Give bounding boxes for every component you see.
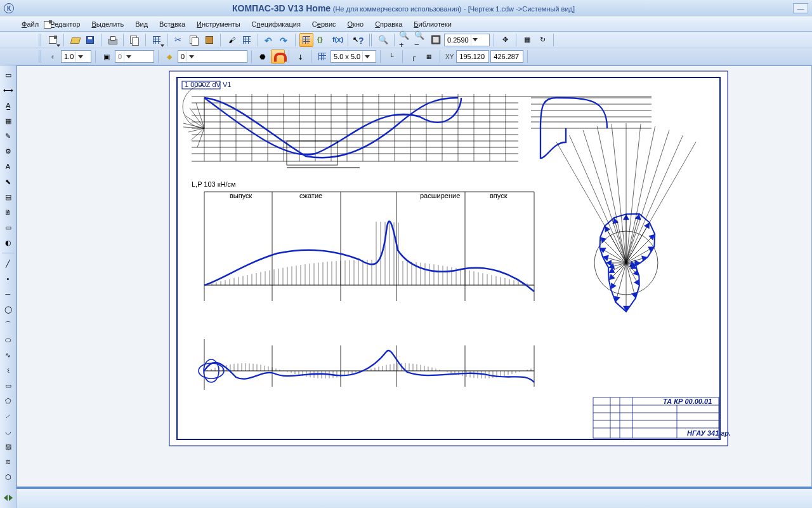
redraw-button[interactable]: ↻ [535,33,549,47]
toolbar-grip[interactable] [369,34,373,46]
menu-file[interactable]: Файл [16,19,44,29]
menu-libs[interactable]: Библиотеки [409,19,457,29]
menu-select[interactable]: Выделить [86,19,129,29]
svg-text:выпуск: выпуск [230,192,252,199]
misc-palette[interactable]: ◐ [1,236,15,250]
canvas-wrap: 1 0000Z dV V1 [16,65,812,487]
point-tool[interactable]: • [1,272,15,286]
zoom-window-button[interactable]: 🔲 [429,33,443,47]
layers-button[interactable]: ◆ [162,50,176,64]
select-palette[interactable]: ⬉ [1,175,15,189]
nav-left-icon[interactable] [4,495,8,501]
snap-toggle[interactable]: ⫞ [46,50,60,64]
workspace: ▭ ⟷ A̲ ▦ ✎ ⚙ A ⬉ ▤ 🗎 ▭ ◐ ╱ • ─ ◯ ⌒ ⬭ ∿ ଽ… [0,65,812,487]
equidistant-tool[interactable]: ≋ [1,455,15,469]
chamfer-tool[interactable]: ⟋ [1,409,15,423]
coord-y-input[interactable]: 426.287 [490,50,523,63]
toolbar-current-state: ⫞ 1.0 ▣ 0 ◆ 0 ⬣ ↘ 5.0 x 5.0 └ ┌ ▦ XY 195… [0,48,812,65]
state-button[interactable]: ▣ [100,50,114,64]
pan-button[interactable]: ✥ [498,33,512,47]
new-button[interactable] [46,33,60,47]
menu-window[interactable]: Окно [343,19,369,29]
round-button[interactable]: ▦ [422,50,436,64]
save-button[interactable] [83,33,97,47]
rect-tool[interactable]: ▭ [1,378,15,392]
menu-service[interactable]: Сервис [307,19,341,29]
menubar: Файл Редактор Выделить Вид Вставка Инстр… [0,17,812,32]
toolbar-standard: ✂ 🖌 ↶ ↷ {} f(x) ↖? 🔍 🔍+ 🔍− 🔲 0.2590 ✥ ▦ … [0,32,812,48]
params-palette[interactable]: ⚙ [1,144,15,158]
grid-combo[interactable]: 5.0 x 5.0 [331,50,376,63]
circle-tool[interactable]: ◯ [1,302,15,316]
fillet-tool[interactable]: ◡ [1,424,15,438]
redo-button[interactable]: ↷ [277,33,291,47]
help-cursor-button[interactable]: ↖? [352,33,366,47]
toolbar-grip[interactable] [39,50,43,63]
contour-tool[interactable]: ⬡ [1,470,15,484]
views-palette[interactable]: ▭ [1,220,15,234]
measure-palette[interactable]: A [1,159,15,173]
drawing-canvas[interactable]: 1 0000Z dV V1 [16,65,812,487]
hatch-tool[interactable]: ▨ [1,439,15,453]
titlebar: К КОМПАС-3D V13 Home (Не для коммерческо… [0,0,812,17]
line-tool[interactable]: ╱ [1,257,15,271]
ortho-mode-button[interactable]: ┌ [407,50,421,64]
ortho-button[interactable]: ↘ [293,50,307,64]
undo-button[interactable]: ↶ [262,33,276,47]
snap-magnet-button[interactable] [271,50,285,64]
format-painter-button[interactable]: 🖌 [225,33,239,47]
bottom-nav [0,487,16,508]
menu-spec[interactable]: Спецификация [247,19,306,29]
refresh-view-button[interactable]: ▦ [520,33,534,47]
nav-right-icon[interactable] [9,495,13,501]
layer-num-combo[interactable]: 0 [115,50,154,63]
menu-help[interactable]: Справка [370,19,407,29]
aux-line-tool[interactable]: ─ [1,287,15,301]
arc-tool[interactable]: ⌒ [1,318,15,331]
menu-insert[interactable]: Вставка [154,19,190,29]
menu-tools[interactable]: Инструменты [192,19,246,29]
toolbar-grip[interactable] [39,34,43,46]
bezier-tool[interactable]: ଽ [1,363,15,377]
properties-button[interactable] [240,33,254,47]
layer-combo[interactable]: 0 [178,50,247,63]
variables-button[interactable]: {} [315,33,329,47]
spec-palette[interactable]: ▤ [1,190,15,204]
copy-button[interactable] [187,33,201,47]
dimensions-palette[interactable]: ⟷ [1,83,15,97]
zoom-out-button[interactable]: 🔍− [414,33,428,47]
manager-button[interactable] [299,33,313,47]
print-button[interactable] [105,33,119,47]
geometry-palette[interactable]: ▭ [1,68,15,82]
title-text: КОМПАС-3D V13 Home (Не для коммерческого… [232,3,575,13]
paste-button[interactable] [202,33,216,47]
stop-button[interactable]: ⬣ [256,50,270,64]
preview-button[interactable] [128,33,141,47]
reports-palette[interactable]: 🗎 [1,205,15,219]
zoom-in-button[interactable]: 🔍+ [398,33,412,47]
svg-text:впуск: впуск [490,192,508,199]
edit-palette[interactable]: ✎ [1,129,15,143]
step-combo[interactable]: 1.0 [61,50,91,63]
doc-manager-button[interactable] [150,33,164,47]
spline-tool[interactable]: ∿ [1,348,15,362]
ellipse-tool[interactable]: ⬭ [1,333,15,347]
fx-button[interactable]: f(x) [330,33,344,47]
grid-toggle[interactable] [315,50,329,64]
polygon-tool[interactable]: ⬠ [1,394,15,408]
svg-text:сжатие: сжатие [299,192,322,199]
drawing-svg: 1 0000Z dV V1 [17,66,766,485]
menu-view[interactable]: Вид [130,19,153,29]
local-cs-button[interactable]: └ [384,50,398,64]
coord-x-input[interactable]: 195.120 [456,50,489,63]
cut-button[interactable]: ✂ [172,33,186,47]
text-palette[interactable]: A̲ [1,98,15,112]
open-button[interactable] [68,33,82,47]
hatch-palette[interactable]: ▦ [1,114,15,128]
zoom-fit-button[interactable]: 🔍 [376,33,390,47]
status-bar [16,487,812,508]
zoom-combo[interactable]: 0.2590 [444,34,490,46]
minimize-button[interactable]: — [793,3,808,13]
svg-text:1 0000Z dV V1: 1 0000Z dV V1 [185,81,231,88]
xy-label: XY [444,53,455,60]
